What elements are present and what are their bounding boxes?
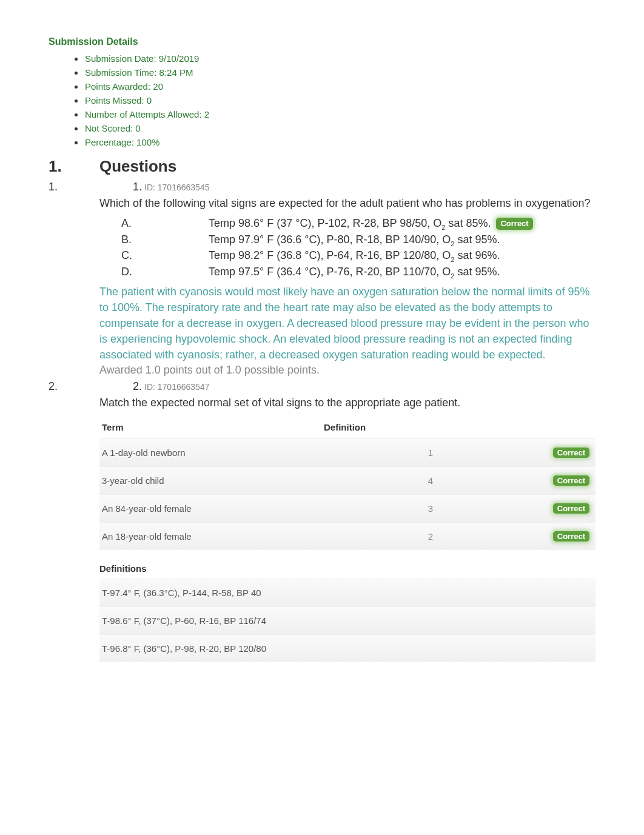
definition-row: T-97.4° F, (36.3°C), P-144, R-58, BP 40: [99, 578, 595, 606]
option-text: Temp 97.5° F (36.4 °C), P-76, R-20, BP 1…: [209, 264, 595, 280]
section-heading: 1. Questions: [49, 157, 595, 176]
question-outer-number: 1.: [49, 181, 99, 193]
answer-option: D. Temp 97.5° F (36.4 °C), P-76, R-20, B…: [99, 264, 595, 280]
question-header: 1. 1. ID: 17016663545: [49, 181, 595, 193]
match-answer: 1: [326, 448, 535, 458]
question-header: 2. 2. ID: 17016663547: [49, 380, 595, 393]
definition-row: T-98.6° F, (37°C), P-60, R-16, BP 116/74: [99, 606, 595, 634]
correct-badge: Correct: [553, 475, 589, 486]
submission-detail-item: Submission Date: 9/10/2019: [85, 51, 595, 65]
answer-option: B. Temp 97.9° F (36.6 °C), P-80, R-18, B…: [99, 232, 595, 248]
option-text-post: sat 96%.: [454, 249, 500, 261]
option-letter: B.: [99, 232, 209, 247]
option-letter: A.: [99, 216, 209, 230]
matching-row: An 18-year-old female 2 Correct: [99, 522, 595, 550]
matching-row: 3-year-old child 4 Correct: [99, 466, 595, 494]
column-header-definition: Definition: [324, 422, 595, 432]
question-inner-number: 1.: [99, 181, 142, 193]
question-text: Which of the following vital signs are e…: [99, 196, 595, 211]
question-outer-number: 2.: [49, 380, 99, 393]
submission-detail-item: Percentage: 100%: [85, 135, 595, 149]
option-text-pre: Temp 97.5° F (36.4 °C), P-76, R-20, BP 1…: [209, 266, 451, 278]
option-text: Temp 98.6° F (37 °C), P-102, R-28, BP 98…: [209, 216, 595, 232]
matching-row: An 84-year-old female 3 Correct: [99, 494, 595, 522]
matching-row: A 1-day-old newborn 1 Correct: [99, 438, 595, 466]
correct-badge: Correct: [553, 503, 589, 514]
column-header-term: Term: [99, 422, 324, 432]
correct-badge: Correct: [553, 531, 589, 542]
submission-detail-item: Points Missed: 0: [85, 93, 595, 107]
submission-detail-item: Submission Time: 8:24 PM: [85, 65, 595, 79]
question-text: Match the expected normal set of vital s…: [99, 395, 595, 411]
option-text-post: sat 85%.: [445, 217, 491, 229]
match-answer: 4: [326, 475, 535, 486]
correct-badge: Correct: [553, 448, 589, 458]
option-text-pre: Temp 98.6° F (37 °C), P-102, R-28, BP 98…: [209, 217, 441, 229]
section-title: Questions: [99, 157, 176, 176]
points-awarded-text: Awarded 1.0 points out of 1.0 possible p…: [99, 364, 595, 377]
option-letter: D.: [99, 264, 209, 279]
answer-option: C. Temp 98.2° F (36.8 °C), P-64, R-16, B…: [99, 248, 595, 264]
option-text: Temp 98.2° F (36.8 °C), P-64, R-16, BP 1…: [209, 248, 595, 264]
answer-rationale: The patient with cyanosis would most lik…: [99, 284, 595, 363]
correct-badge: Correct: [496, 218, 532, 230]
match-answer: 3: [326, 503, 535, 514]
definitions-title: Definitions: [99, 563, 595, 574]
section-number: 1.: [49, 157, 99, 176]
match-term: A 1-day-old newborn: [102, 448, 326, 458]
answer-option: A. Temp 98.6° F (37 °C), P-102, R-28, BP…: [99, 216, 595, 232]
option-text-pre: Temp 98.2° F (36.8 °C), P-64, R-16, BP 1…: [209, 249, 451, 261]
match-term: An 18-year-old female: [102, 531, 326, 542]
submission-details-title: Submission Details: [49, 36, 595, 47]
matching-table: Term Definition A 1-day-old newborn 1 Co…: [99, 418, 595, 550]
submission-details-list: Submission Date: 9/10/2019 Submission Ti…: [49, 51, 595, 149]
definition-row: T-96.8° F, (36°C), P-98, R-20, BP 120/80: [99, 634, 595, 662]
answer-options: A. Temp 98.6° F (37 °C), P-102, R-28, BP…: [99, 216, 595, 280]
question-id: ID: 17016663545: [144, 183, 209, 192]
question-inner-number: 2.: [99, 380, 142, 393]
option-letter: C.: [99, 248, 209, 263]
submission-detail-item: Number of Attempts Allowed: 2: [85, 107, 595, 121]
option-text-post: sat 95%.: [454, 233, 500, 246]
question-id: ID: 17016663547: [144, 382, 209, 392]
submission-detail-item: Not Scored: 0: [85, 121, 595, 135]
option-text: Temp 97.9° F (36.6 °C), P-80, R-18, BP 1…: [209, 232, 595, 248]
match-answer: 2: [326, 531, 535, 542]
submission-detail-item: Points Awarded: 20: [85, 79, 595, 93]
match-term: 3-year-old child: [102, 475, 326, 486]
matching-header-row: Term Definition: [99, 418, 595, 438]
match-term: An 84-year-old female: [102, 503, 326, 514]
option-text-pre: Temp 97.9° F (36.6 °C), P-80, R-18, BP 1…: [209, 233, 451, 246]
option-text-post: sat 95%.: [454, 266, 500, 278]
